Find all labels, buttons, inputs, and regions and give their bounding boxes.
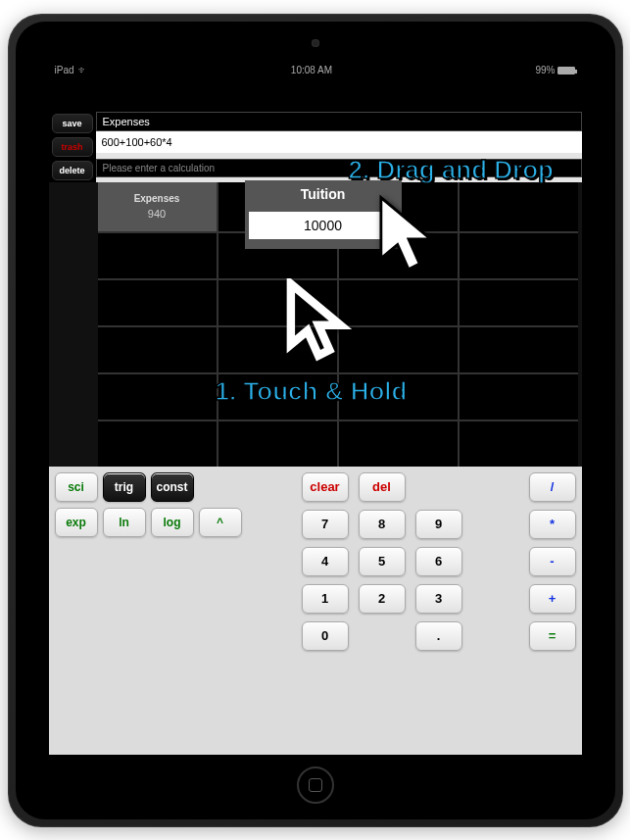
grid-cell[interactable] xyxy=(98,421,217,467)
grid-cell[interactable] xyxy=(98,233,217,278)
expression-title[interactable]: Expenses xyxy=(96,112,582,131)
grid-cell[interactable] xyxy=(98,374,217,420)
key-1[interactable]: 1 xyxy=(302,584,349,614)
home-button[interactable] xyxy=(297,766,334,804)
key-equals[interactable]: = xyxy=(529,621,576,651)
key-2[interactable]: 2 xyxy=(359,584,406,614)
annotation-step-1: 1. Touch & Hold xyxy=(216,376,408,407)
ipad-frame: iPad ᯤ 10:08 AM 99% save trash delete xyxy=(8,14,623,827)
grid-cell[interactable] xyxy=(460,374,578,420)
wifi-icon: ᯤ xyxy=(78,65,88,75)
key-8[interactable]: 8 xyxy=(359,510,406,539)
grid-cell[interactable] xyxy=(98,327,217,372)
grid-cell[interactable] xyxy=(460,421,578,467)
grid-cell[interactable] xyxy=(460,280,578,325)
key-6[interactable]: 6 xyxy=(415,547,462,576)
grid-cell[interactable] xyxy=(339,327,458,372)
grid-cell[interactable] xyxy=(460,182,578,231)
status-bar: iPad ᯤ 10:08 AM 99% xyxy=(49,63,582,78)
key-pow[interactable]: ^ xyxy=(199,508,242,537)
key-4[interactable]: 4 xyxy=(302,547,349,576)
save-button[interactable]: save xyxy=(52,114,93,133)
key-log[interactable]: log xyxy=(151,508,194,537)
key-subtract[interactable]: - xyxy=(529,547,576,576)
key-5[interactable]: 5 xyxy=(359,547,406,576)
key-ln[interactable]: ln xyxy=(103,508,146,537)
camera-icon xyxy=(312,39,319,47)
key-exp[interactable]: exp xyxy=(55,508,98,537)
status-time: 10:08 AM xyxy=(291,65,332,75)
key-trig[interactable]: trig xyxy=(103,472,146,502)
key-divide[interactable]: / xyxy=(529,472,576,502)
grid-cell[interactable] xyxy=(339,280,458,325)
key-add[interactable]: + xyxy=(529,584,576,614)
key-sci[interactable]: sci xyxy=(55,472,98,502)
annotation-step-2: 2. Drag and Drop xyxy=(349,155,554,185)
expression-value[interactable]: 600+100+60*4 xyxy=(96,131,582,153)
key-multiply[interactable]: * xyxy=(529,510,576,539)
grid-cell[interactable] xyxy=(98,280,217,325)
cursor-icon xyxy=(374,192,443,280)
delete-button[interactable]: delete xyxy=(52,161,93,180)
battery-label: 99% xyxy=(535,65,555,75)
grid-cell[interactable] xyxy=(339,421,458,467)
screen: iPad ᯤ 10:08 AM 99% save trash delete xyxy=(49,63,582,755)
key-const[interactable]: const xyxy=(151,472,194,502)
cursor-outline-icon xyxy=(284,278,353,367)
key-dot[interactable]: . xyxy=(415,621,462,651)
key-clear[interactable]: clear xyxy=(302,472,349,502)
battery-icon xyxy=(557,67,575,74)
device-label: iPad xyxy=(55,65,74,75)
key-3[interactable]: 3 xyxy=(415,584,462,614)
grid-cell[interactable] xyxy=(460,233,578,278)
keypad: sci trig const exp ln log ^ clear xyxy=(49,467,582,755)
grid-cell[interactable] xyxy=(460,327,578,372)
key-7[interactable]: 7 xyxy=(302,510,349,539)
trash-button[interactable]: trash xyxy=(52,137,93,157)
column-header-expenses[interactable]: Expenses 940 xyxy=(98,182,217,231)
key-del[interactable]: del xyxy=(359,472,406,502)
key-0[interactable]: 0 xyxy=(302,621,349,651)
key-9[interactable]: 9 xyxy=(415,510,462,539)
grid-cell[interactable] xyxy=(218,421,337,467)
